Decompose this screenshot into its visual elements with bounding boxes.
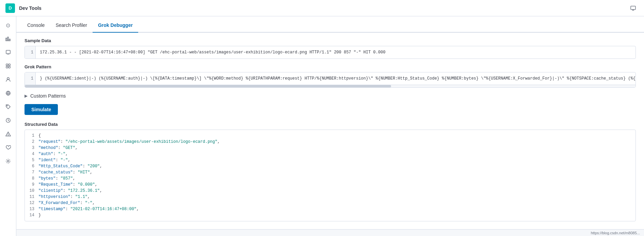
- svg-rect-12: [9, 66, 10, 68]
- sidebar-item-person[interactable]: [2, 73, 14, 86]
- line-number: 14: [28, 212, 38, 218]
- json-key: "method": [38, 146, 58, 150]
- json-value: "1.1": [75, 195, 87, 199]
- simulate-button[interactable]: Simulate: [25, 104, 58, 115]
- json-key: "X_Forwarded_For": [38, 201, 80, 205]
- sample-data-content[interactable]: 172.25.36.1 - - [2021-02-07T14:16:47+08:…: [36, 46, 635, 58]
- json-key: "ident": [38, 158, 55, 163]
- tab-grok-debugger[interactable]: Grok Debugger: [93, 18, 138, 33]
- sidebar-item-heart[interactable]: [2, 141, 14, 154]
- app-title: Dev Tools: [19, 5, 42, 11]
- sidebar-item-discover[interactable]: [2, 46, 14, 58]
- table-row: 7"cache_status": "HIT",: [25, 169, 635, 175]
- json-value: "0.000": [78, 182, 95, 187]
- grok-pattern-content[interactable]: } (%{USERNAME:ident}|-) (%{USERNAME:auth…: [36, 72, 635, 85]
- status-bar: https://blog.csdn.net/m8085...: [16, 229, 644, 236]
- tabs: Console Search Profiler Grok Debugger: [16, 16, 644, 33]
- grok-pattern-label: Grok Pattern: [25, 64, 636, 69]
- svg-point-18: [8, 135, 8, 136]
- svg-rect-0: [631, 6, 635, 10]
- line-number: 8: [28, 175, 38, 182]
- table-row: 11"httpversion": "1.1",: [25, 194, 635, 200]
- json-key: "timestamp": [38, 207, 65, 212]
- line-number: 2: [28, 139, 38, 145]
- line-content: "method": "GET",: [38, 145, 78, 151]
- svg-rect-11: [6, 66, 8, 68]
- sidebar-item-maps[interactable]: [2, 87, 14, 99]
- line-content: "Request_Time": "0.000",: [38, 182, 97, 188]
- sidebar-item-dashboard[interactable]: [2, 60, 14, 72]
- svg-rect-6: [6, 50, 10, 54]
- main-layout: ⊙: [0, 16, 644, 236]
- custom-patterns-row[interactable]: ▶ Custom Patterns: [25, 93, 636, 99]
- line-content: "bytes": "857",: [38, 175, 75, 182]
- json-value: "GET": [63, 146, 75, 150]
- sidebar-item-tag[interactable]: [2, 101, 14, 113]
- table-row: 5"ident": "-",: [25, 157, 635, 163]
- json-value: "2021-02-07T14:16:47+08:00": [70, 207, 136, 212]
- status-url: https://blog.csdn.net/m8085...: [591, 231, 640, 235]
- content-area: Console Search Profiler Grok Debugger Sa…: [16, 16, 644, 236]
- tab-search-profiler[interactable]: Search Profiler: [50, 18, 93, 33]
- grok-pattern-panel: 1 } (%{USERNAME:ident}|-) (%{USERNAME:au…: [25, 72, 636, 88]
- sidebar-item-clock[interactable]: [2, 114, 14, 127]
- line-number: 5: [28, 157, 38, 163]
- line-number: 13: [28, 206, 38, 212]
- table-row: 2"request": "/ehc-portal-web/assets/imag…: [25, 139, 635, 145]
- json-value: "172.25.36.1": [68, 188, 100, 193]
- line-number: 6: [28, 163, 38, 169]
- line-number: 11: [28, 194, 38, 200]
- line-content: "Http_Status_Code": "200",: [38, 163, 102, 169]
- table-row: 12"X_Forwarded_For": "-",: [25, 200, 635, 206]
- kibana-logo[interactable]: D: [5, 3, 15, 13]
- screen-icon[interactable]: [628, 3, 639, 14]
- svg-rect-3: [6, 38, 7, 41]
- custom-patterns-label: Custom Patterns: [30, 93, 66, 99]
- sidebar-item-gear[interactable]: [2, 155, 14, 167]
- json-value: "-": [58, 152, 66, 156]
- line-content: "httpversion": "1.1",: [38, 194, 90, 200]
- json-value: "200": [87, 164, 100, 169]
- table-row: 8"bytes": "857",: [25, 175, 635, 182]
- svg-rect-4: [7, 37, 9, 41]
- table-row: 3"method": "GET",: [25, 145, 635, 151]
- sidebar-item-alert[interactable]: [2, 128, 14, 140]
- json-value: "-": [61, 158, 68, 163]
- table-row: 6"Http_Status_Code": "200",: [25, 163, 635, 169]
- svg-point-15: [7, 105, 7, 106]
- line-number: 12: [28, 200, 38, 206]
- line-number: 4: [28, 151, 38, 157]
- json-key: "httpversion": [38, 195, 70, 199]
- json-value: "-": [85, 201, 93, 205]
- json-key: "Http_Status_Code": [38, 164, 83, 169]
- sidebar-item-home[interactable]: ⊙: [2, 19, 14, 31]
- structured-data-code: 1{2"request": "/ehc-portal-web/assets/im…: [25, 130, 635, 221]
- svg-rect-5: [9, 39, 10, 41]
- table-row: 9"Request_Time": "0.000",: [25, 182, 635, 188]
- table-row: 4"auth": "-",: [25, 151, 635, 157]
- json-key: "cache_status": [38, 170, 73, 175]
- grok-scrollbar[interactable]: [25, 85, 635, 87]
- tab-console[interactable]: Console: [22, 18, 50, 33]
- json-value: "HIT": [78, 170, 90, 175]
- sidebar: ⊙: [0, 16, 16, 236]
- line-number: 10: [28, 188, 38, 194]
- sample-data-line-numbers: 1: [25, 46, 36, 58]
- json-key: "auth": [38, 152, 53, 156]
- line-content: }: [38, 212, 41, 218]
- svg-point-19: [7, 161, 9, 162]
- svg-point-13: [7, 78, 9, 80]
- table-row: 13"timestamp": "2021-02-07T14:16:47+08:0…: [25, 206, 635, 212]
- grok-line-numbers: 1: [25, 72, 36, 85]
- structured-data-label: Structured Data: [25, 122, 636, 127]
- line-number: 7: [28, 169, 38, 175]
- json-key: "request": [38, 139, 61, 144]
- json-key: "Request_Time": [38, 182, 73, 187]
- line-number: 3: [28, 145, 38, 151]
- line-content: "X_Forwarded_For": "-",: [38, 200, 95, 206]
- structured-data-panel: 1{2"request": "/ehc-portal-web/assets/im…: [25, 130, 636, 221]
- line-content: "request": "/ehc-portal-web/assets/image…: [38, 139, 220, 145]
- table-row: 14}: [25, 212, 635, 218]
- sidebar-item-analytics[interactable]: [2, 33, 14, 45]
- line-number: 9: [28, 182, 38, 188]
